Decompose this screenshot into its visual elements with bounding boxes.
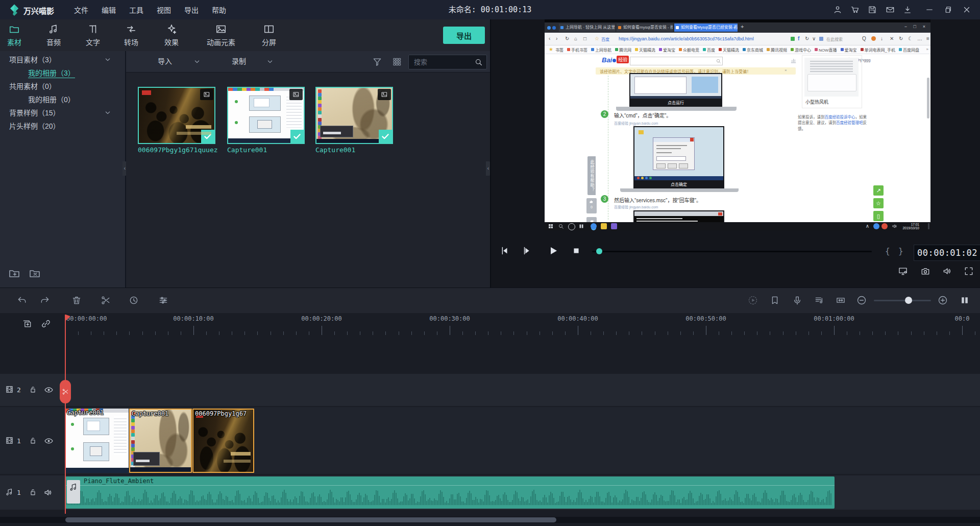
tray-volume-icon xyxy=(892,223,898,229)
restore-icon[interactable] xyxy=(943,5,952,14)
fullscreen-icon[interactable] xyxy=(964,266,974,276)
zoom-slider[interactable] xyxy=(874,300,931,301)
search-input[interactable] xyxy=(413,56,471,68)
minimize-icon[interactable] xyxy=(925,5,934,14)
visibility-icon[interactable] xyxy=(44,385,54,395)
account-icon[interactable] xyxy=(833,5,842,14)
mail-icon[interactable] xyxy=(886,5,895,14)
display-settings-icon[interactable] xyxy=(898,266,908,276)
save-icon[interactable] xyxy=(868,5,877,14)
playhead-line[interactable] xyxy=(65,315,66,514)
grid-view-icon[interactable] xyxy=(392,57,402,67)
dialog-close-icon xyxy=(690,138,694,141)
media-item-card[interactable]: Capture001 xyxy=(315,87,393,155)
timeline-clip-capture001[interactable]: Capture001 xyxy=(65,409,129,473)
lock-icon[interactable] xyxy=(29,385,37,394)
bookmarks-overflow-icon: » xyxy=(926,47,928,52)
tab-audio[interactable]: 音频 xyxy=(36,22,71,51)
volume-icon[interactable] xyxy=(942,266,952,276)
timeline-clip-capture001-selected[interactable]: Capture001 xyxy=(129,409,192,473)
import-button[interactable]: 导入 xyxy=(158,51,172,72)
media-item-card[interactable]: Capture001 xyxy=(227,87,305,155)
record-button[interactable]: 录制 xyxy=(232,51,246,72)
zoom-in-icon[interactable] xyxy=(938,295,948,305)
previous-frame-button[interactable] xyxy=(499,245,510,256)
close-icon[interactable] xyxy=(962,5,971,14)
tab-media[interactable]: 素材 xyxy=(0,22,29,51)
helpful-vertical-tab: 此经验有帮助？ xyxy=(587,156,596,195)
scrubber-handle[interactable] xyxy=(596,248,602,254)
cut-icon[interactable] xyxy=(101,295,111,305)
undo-icon[interactable] xyxy=(17,295,27,305)
audio-clip-divider xyxy=(65,485,835,486)
reader-icon: □ xyxy=(583,35,586,42)
search-engine-icon: Q xyxy=(862,35,866,42)
marker-icon[interactable] xyxy=(770,295,780,305)
mute-icon[interactable] xyxy=(43,488,53,497)
tab-splitscreen[interactable]: 分屏 xyxy=(251,22,287,51)
feature-tab-bar: 素材 音频 文字 转场 效果 动画元素 分屏 导出 xyxy=(0,19,490,52)
zoom-slider-handle[interactable] xyxy=(905,297,912,304)
tab-text[interactable]: 文字 xyxy=(75,22,111,51)
preview-scrubber[interactable] xyxy=(592,251,872,252)
mark-out-icon[interactable]: } xyxy=(898,246,903,256)
dialog-ok-button xyxy=(656,163,666,169)
add-track-icon[interactable] xyxy=(22,319,32,329)
delete-folder-icon[interactable] xyxy=(29,267,41,279)
audio-mixer-icon[interactable] xyxy=(814,295,824,305)
snapshot-icon[interactable] xyxy=(920,266,930,276)
media-item-card[interactable]: 006097Pbgy1g671quuez xyxy=(138,87,215,155)
sidebar-item-intro-samples[interactable]: 片头样例（20） xyxy=(0,119,125,133)
dialog-titlebar xyxy=(653,138,694,142)
next-frame-button[interactable] xyxy=(522,245,533,256)
timeline-clip-006097-selected[interactable]: 006097Pbgy1g67 xyxy=(192,409,254,473)
timeline-ruler[interactable]: 00:00:00:0000:00:10:0000:00:20:0000:00:3… xyxy=(65,315,980,323)
export-button[interactable]: 导出 xyxy=(443,27,485,44)
cmd-text xyxy=(636,221,698,222)
mark-in-icon[interactable]: { xyxy=(885,246,890,256)
track-number: 2 xyxy=(17,386,21,394)
sidebar-item-background-samples[interactable]: 背景样例（15） xyxy=(0,106,125,119)
filter-icon[interactable] xyxy=(372,57,382,67)
tab-transition[interactable]: 转场 xyxy=(113,22,149,51)
duration-icon[interactable] xyxy=(129,295,139,305)
voiceover-icon[interactable] xyxy=(792,295,802,305)
sidebar-item-my-album-3[interactable]: 我的相册（3） xyxy=(0,66,125,80)
clip-thumbnail xyxy=(130,410,191,472)
visibility-icon[interactable] xyxy=(44,436,54,446)
delete-icon[interactable] xyxy=(71,295,82,305)
tab-effects[interactable]: 效果 xyxy=(154,22,189,51)
adjust-icon[interactable] xyxy=(158,295,168,305)
render-preview-icon[interactable] xyxy=(748,295,758,305)
search-icon[interactable] xyxy=(474,58,483,66)
chevron-down-icon[interactable] xyxy=(104,56,112,64)
play-button[interactable] xyxy=(547,245,559,257)
tab-elements[interactable]: 动画元素 xyxy=(198,22,244,51)
download-icon[interactable] xyxy=(903,5,912,14)
panel-layout-icon[interactable] xyxy=(960,295,970,305)
stop-button[interactable] xyxy=(571,246,581,256)
redo-icon[interactable] xyxy=(40,295,50,305)
cart-icon[interactable] xyxy=(850,5,860,14)
complaint-link: 百度经验投诉中心 xyxy=(825,115,855,119)
add-folder-icon[interactable] xyxy=(8,267,20,279)
watermark: 百度经验 jingyan.baidu.com xyxy=(614,121,658,126)
import-chevron-icon[interactable] xyxy=(193,58,201,66)
record-chevron-icon[interactable] xyxy=(266,58,274,66)
favicon xyxy=(618,26,621,29)
stats-icon xyxy=(790,57,797,64)
zoom-out-icon[interactable] xyxy=(856,295,867,305)
product-image xyxy=(804,58,859,97)
sidebar-item-my-album-0[interactable]: 我的相册（0） xyxy=(0,93,125,106)
clip-name: Capture001 xyxy=(67,409,104,416)
playhead-grip[interactable] xyxy=(60,380,71,403)
timeline-scrollbar-thumb[interactable] xyxy=(65,517,556,522)
lock-icon[interactable] xyxy=(29,488,37,496)
sidebar-item-project-media[interactable]: 项目素材（3） xyxy=(0,53,125,66)
timeline-audio-clip[interactable]: Piano_Flute_Ambient xyxy=(65,476,835,509)
sidebar-item-shared-media[interactable]: 共用素材（0） xyxy=(0,80,125,93)
fit-timeline-icon[interactable] xyxy=(836,295,846,305)
lock-icon[interactable] xyxy=(29,436,37,445)
search-box[interactable] xyxy=(408,55,487,69)
link-clips-icon[interactable] xyxy=(41,319,51,329)
